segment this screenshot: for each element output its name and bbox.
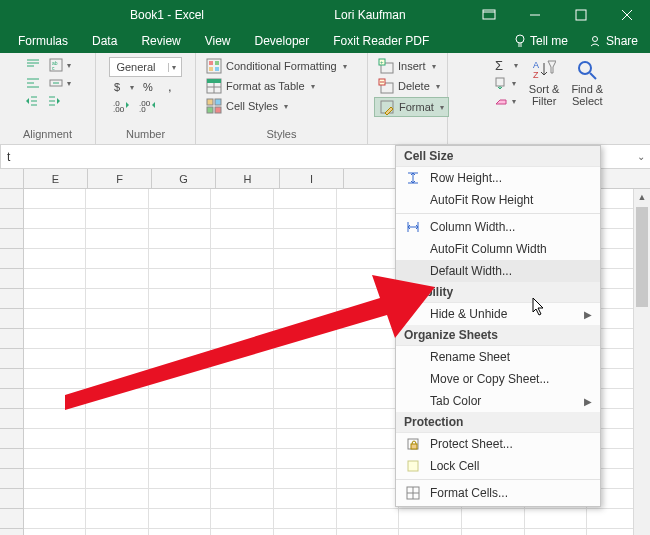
cell[interactable] bbox=[274, 429, 337, 449]
cell[interactable] bbox=[24, 329, 87, 349]
menu-item-autofit-row[interactable]: AutoFit Row Height bbox=[396, 189, 600, 211]
cell[interactable] bbox=[24, 429, 87, 449]
comma-button[interactable]: , bbox=[161, 79, 181, 95]
cell[interactable] bbox=[337, 309, 400, 329]
cell[interactable] bbox=[149, 529, 212, 535]
cell[interactable] bbox=[149, 449, 212, 469]
cell[interactable] bbox=[86, 469, 149, 489]
cell[interactable] bbox=[86, 249, 149, 269]
minimize-button[interactable] bbox=[512, 0, 558, 29]
scroll-up-arrow[interactable]: ▲ bbox=[634, 189, 650, 206]
cell[interactable] bbox=[525, 529, 588, 535]
cell[interactable] bbox=[211, 429, 274, 449]
cell[interactable] bbox=[337, 509, 400, 529]
tab-data[interactable]: Data bbox=[80, 31, 129, 51]
cell[interactable] bbox=[211, 329, 274, 349]
cell[interactable] bbox=[211, 389, 274, 409]
cell[interactable] bbox=[274, 189, 337, 209]
cell[interactable] bbox=[149, 509, 212, 529]
cell[interactable] bbox=[24, 309, 87, 329]
tab-foxit[interactable]: Foxit Reader PDF bbox=[321, 31, 441, 51]
menu-item-default-width[interactable]: Default Width... bbox=[396, 260, 600, 282]
column-header[interactable]: F bbox=[88, 169, 152, 188]
column-header[interactable]: I bbox=[280, 169, 344, 188]
cell[interactable] bbox=[211, 189, 274, 209]
align-top-button[interactable] bbox=[22, 57, 44, 73]
cell[interactable] bbox=[86, 529, 149, 535]
conditional-formatting-button[interactable]: Conditional Formatting▾ bbox=[202, 57, 351, 75]
cell[interactable] bbox=[337, 469, 400, 489]
tab-review[interactable]: Review bbox=[129, 31, 192, 51]
row-header[interactable] bbox=[0, 469, 24, 489]
tell-me[interactable]: Tell me bbox=[514, 34, 568, 48]
row-header[interactable] bbox=[0, 409, 24, 429]
increase-decimal-button[interactable]: .0.00 bbox=[109, 97, 133, 113]
cell[interactable] bbox=[525, 509, 588, 529]
cell[interactable] bbox=[86, 449, 149, 469]
menu-item-move-copy[interactable]: Move or Copy Sheet... bbox=[396, 368, 600, 390]
select-all-corner[interactable] bbox=[0, 169, 24, 188]
cell[interactable] bbox=[337, 329, 400, 349]
cell[interactable] bbox=[462, 529, 525, 535]
cell[interactable] bbox=[149, 189, 212, 209]
cell[interactable] bbox=[86, 229, 149, 249]
cell[interactable] bbox=[86, 309, 149, 329]
cell[interactable] bbox=[211, 469, 274, 489]
menu-item-hide-unhide[interactable]: Hide & Unhide ▶ bbox=[396, 303, 600, 325]
formula-bar-expand[interactable]: ⌄ bbox=[632, 151, 650, 162]
cell[interactable] bbox=[149, 329, 212, 349]
cell[interactable] bbox=[149, 409, 212, 429]
cell[interactable] bbox=[211, 449, 274, 469]
cell[interactable] bbox=[24, 249, 87, 269]
row-header[interactable] bbox=[0, 329, 24, 349]
tab-formulas[interactable]: Formulas bbox=[6, 31, 80, 51]
cell[interactable] bbox=[24, 389, 87, 409]
cell[interactable] bbox=[337, 529, 400, 535]
share-button[interactable]: Share bbox=[588, 34, 644, 48]
cell[interactable] bbox=[274, 269, 337, 289]
cell[interactable] bbox=[24, 189, 87, 209]
cell[interactable] bbox=[86, 409, 149, 429]
increase-indent-button[interactable] bbox=[44, 93, 64, 109]
insert-button[interactable]: + Insert▾ bbox=[374, 57, 449, 75]
row-header[interactable] bbox=[0, 489, 24, 509]
cell[interactable] bbox=[149, 289, 212, 309]
menu-item-rename-sheet[interactable]: Rename Sheet bbox=[396, 346, 600, 368]
cell[interactable] bbox=[274, 309, 337, 329]
cell[interactable] bbox=[86, 269, 149, 289]
row-header[interactable] bbox=[0, 249, 24, 269]
cell[interactable] bbox=[149, 229, 212, 249]
wrap-text-button[interactable]: abc▾ bbox=[46, 57, 74, 73]
row-header[interactable] bbox=[0, 229, 24, 249]
cell[interactable] bbox=[149, 429, 212, 449]
cell[interactable] bbox=[274, 469, 337, 489]
cell[interactable] bbox=[86, 289, 149, 309]
cell[interactable] bbox=[274, 489, 337, 509]
cell[interactable] bbox=[24, 489, 87, 509]
cell[interactable] bbox=[24, 469, 87, 489]
cell[interactable] bbox=[211, 349, 274, 369]
percent-button[interactable]: % bbox=[139, 79, 159, 95]
vertical-scrollbar[interactable]: ▲ ▼ bbox=[633, 189, 650, 535]
menu-item-row-height[interactable]: Row Height... bbox=[396, 167, 600, 189]
menu-item-lock-cell[interactable]: Lock Cell bbox=[396, 455, 600, 477]
menu-item-autofit-column[interactable]: AutoFit Column Width bbox=[396, 238, 600, 260]
cell[interactable] bbox=[149, 369, 212, 389]
menu-item-format-cells[interactable]: Format Cells... bbox=[396, 482, 600, 504]
cell[interactable] bbox=[24, 369, 87, 389]
cell[interactable] bbox=[24, 409, 87, 429]
cell[interactable] bbox=[337, 189, 400, 209]
row-header[interactable] bbox=[0, 289, 24, 309]
column-header[interactable]: H bbox=[216, 169, 280, 188]
cell[interactable] bbox=[211, 529, 274, 535]
cell[interactable] bbox=[211, 309, 274, 329]
menu-item-column-width[interactable]: Column Width... bbox=[396, 216, 600, 238]
delete-button[interactable]: Delete▾ bbox=[374, 77, 449, 95]
cell[interactable] bbox=[462, 509, 525, 529]
accounting-format-button[interactable]: $▾ bbox=[109, 79, 137, 95]
cell-styles-button[interactable]: Cell Styles▾ bbox=[202, 97, 351, 115]
close-button[interactable] bbox=[604, 0, 650, 29]
cell[interactable] bbox=[274, 249, 337, 269]
cell[interactable] bbox=[149, 489, 212, 509]
cell[interactable] bbox=[337, 389, 400, 409]
